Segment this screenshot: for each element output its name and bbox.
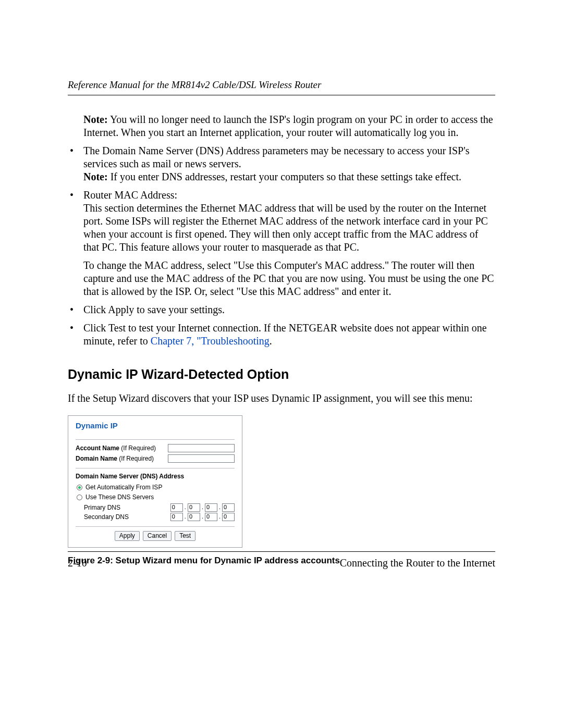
account-name-label: Account Name (If Required) xyxy=(76,445,156,452)
dns-section-label: Domain Name Server (DNS) Address xyxy=(76,473,235,480)
bullet-mac-title: Router MAC Address: xyxy=(83,189,177,201)
running-head: Reference Manual for the MR814v2 Cable/D… xyxy=(68,79,495,95)
ip-octet[interactable]: 0 xyxy=(205,503,217,512)
page-number: 2-10 xyxy=(68,557,87,569)
radio-auto-row[interactable]: Get Automatically From ISP xyxy=(77,484,235,491)
radio-auto-label: Get Automatically From ISP xyxy=(85,484,162,491)
bullet-mac-p2: To change the MAC address, select "Use t… xyxy=(83,259,495,298)
domain-name-input[interactable] xyxy=(168,454,235,463)
bullet-mac: Router MAC Address: This section determi… xyxy=(68,189,495,298)
ip-octet[interactable]: 0 xyxy=(170,513,183,521)
bullet-mac-p1: This section determines the Ethernet MAC… xyxy=(83,202,495,254)
apply-button[interactable]: Apply xyxy=(115,531,140,541)
bullet-dns-note: If you enter DNS addresses, restart your… xyxy=(108,171,461,182)
note-label: Note: xyxy=(83,114,108,125)
bullet-test-post: . xyxy=(270,335,272,347)
bullet-apply-text: Click Apply to save your settings. xyxy=(83,304,225,315)
bullet-test-pre: Click Test to test your Internet connect… xyxy=(83,322,487,347)
primary-dns-label: Primary DNS xyxy=(84,504,120,512)
bullet-dns-text: The Domain Name Server (DNS) Address par… xyxy=(83,145,470,169)
account-name-input[interactable] xyxy=(168,444,235,452)
bullet-test: Click Test to test your Internet connect… xyxy=(68,322,495,348)
figure-dynamic-ip-panel: Dynamic IP Account Name (If Required) Do… xyxy=(68,415,242,548)
ip-octet[interactable]: 0 xyxy=(205,513,217,521)
domain-name-label: Domain Name (If Required) xyxy=(76,455,154,463)
ip-octet[interactable]: 0 xyxy=(170,503,183,512)
note-text-1: You will no longer need to launch the IS… xyxy=(83,114,493,138)
note-label: Note: xyxy=(83,171,108,182)
radio-selected-icon xyxy=(77,485,82,490)
bullet-apply: Click Apply to save your settings. xyxy=(68,303,495,316)
ip-octet[interactable]: 0 xyxy=(188,503,200,512)
radio-unselected-icon xyxy=(77,495,82,500)
cancel-button[interactable]: Cancel xyxy=(143,531,172,541)
ip-octet[interactable]: 0 xyxy=(188,513,200,521)
test-button[interactable]: Test xyxy=(175,531,195,541)
note-paragraph: Note: You will no longer need to launch … xyxy=(83,113,495,139)
section-intro: If the Setup Wizard discovers that your … xyxy=(68,392,495,405)
secondary-dns-input[interactable]: 0. 0. 0. 0 xyxy=(170,513,235,521)
figure-title: Dynamic IP xyxy=(76,421,235,431)
ip-octet[interactable]: 0 xyxy=(222,513,235,521)
page-footer: 2-10 Connecting the Router to the Intern… xyxy=(68,551,495,569)
radio-manual-label: Use These DNS Servers xyxy=(85,493,154,501)
section-heading: Dynamic IP Wizard-Detected Option xyxy=(68,366,495,382)
ip-octet[interactable]: 0 xyxy=(222,503,235,512)
secondary-dns-label: Secondary DNS xyxy=(84,513,129,521)
xref-troubleshooting[interactable]: Chapter 7, "Troubleshooting xyxy=(151,335,270,347)
primary-dns-input[interactable]: 0. 0. 0. 0 xyxy=(170,503,235,512)
radio-manual-row[interactable]: Use These DNS Servers xyxy=(77,493,235,501)
chapter-title: Connecting the Router to the Internet xyxy=(340,557,495,569)
bullet-dns: The Domain Name Server (DNS) Address par… xyxy=(68,144,495,183)
